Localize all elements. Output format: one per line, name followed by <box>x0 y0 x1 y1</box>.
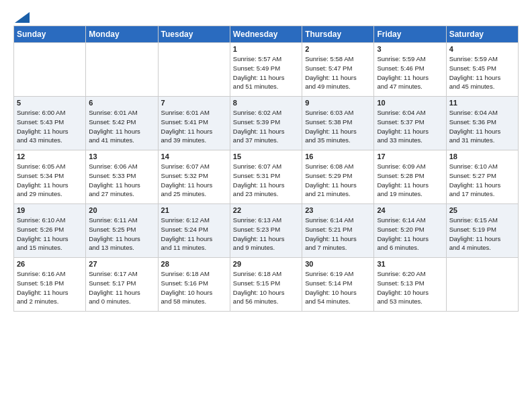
calendar-cell: 12Sunrise: 6:05 AM Sunset: 5:34 PM Dayli… <box>14 150 86 204</box>
day-number: 24 <box>377 206 443 214</box>
day-number: 28 <box>161 260 227 268</box>
day-info: Sunrise: 6:15 AM Sunset: 5:19 PM Dayligh… <box>449 216 515 253</box>
svg-marker-0 <box>15 12 30 23</box>
day-number: 30 <box>305 260 371 268</box>
day-info: Sunrise: 6:05 AM Sunset: 5:34 PM Dayligh… <box>17 162 83 199</box>
day-number: 1 <box>233 45 299 53</box>
calendar-cell: 10Sunrise: 6:04 AM Sunset: 5:37 PM Dayli… <box>374 97 446 150</box>
day-info: Sunrise: 6:01 AM Sunset: 5:42 PM Dayligh… <box>89 108 154 145</box>
day-number: 14 <box>161 152 227 161</box>
day-info: Sunrise: 6:19 AM Sunset: 5:14 PM Dayligh… <box>305 269 371 306</box>
calendar-cell: 24Sunrise: 6:14 AM Sunset: 5:20 PM Dayli… <box>374 204 446 258</box>
day-number: 27 <box>89 260 154 268</box>
day-number: 29 <box>233 260 299 268</box>
calendar-cell <box>14 43 86 97</box>
day-info: Sunrise: 6:02 AM Sunset: 5:39 PM Dayligh… <box>233 108 299 145</box>
day-number: 21 <box>161 206 227 214</box>
day-info: Sunrise: 6:13 AM Sunset: 5:23 PM Dayligh… <box>233 216 299 253</box>
day-number: 15 <box>233 152 299 161</box>
calendar-cell <box>446 258 518 312</box>
day-info: Sunrise: 6:06 AM Sunset: 5:33 PM Dayligh… <box>89 162 154 199</box>
calendar-cell: 26Sunrise: 6:16 AM Sunset: 5:18 PM Dayli… <box>14 258 86 312</box>
day-info: Sunrise: 6:18 AM Sunset: 5:16 PM Dayligh… <box>161 269 227 306</box>
calendar-header-row: SundayMondayTuesdayWednesdayThursdayFrid… <box>14 26 519 43</box>
day-info: Sunrise: 6:01 AM Sunset: 5:41 PM Dayligh… <box>161 108 227 145</box>
calendar-cell: 11Sunrise: 6:04 AM Sunset: 5:36 PM Dayli… <box>446 97 518 150</box>
day-info: Sunrise: 6:11 AM Sunset: 5:25 PM Dayligh… <box>89 216 154 253</box>
day-number: 31 <box>377 260 443 268</box>
calendar-cell: 31Sunrise: 6:20 AM Sunset: 5:13 PM Dayli… <box>374 258 446 312</box>
calendar-cell: 25Sunrise: 6:15 AM Sunset: 5:19 PM Dayli… <box>446 204 518 258</box>
calendar-cell: 3Sunrise: 5:59 AM Sunset: 5:46 PM Daylig… <box>374 43 446 97</box>
calendar-cell: 15Sunrise: 6:07 AM Sunset: 5:31 PM Dayli… <box>230 150 302 204</box>
day-number: 22 <box>233 206 299 214</box>
day-number: 16 <box>305 152 371 161</box>
calendar-cell: 7Sunrise: 6:01 AM Sunset: 5:41 PM Daylig… <box>158 97 230 150</box>
day-number: 12 <box>17 152 83 161</box>
calendar-cell: 22Sunrise: 6:13 AM Sunset: 5:23 PM Dayli… <box>230 204 302 258</box>
calendar-week-row-5: 26Sunrise: 6:16 AM Sunset: 5:18 PM Dayli… <box>14 258 519 312</box>
day-number: 26 <box>17 260 83 268</box>
day-info: Sunrise: 6:04 AM Sunset: 5:37 PM Dayligh… <box>377 108 443 145</box>
day-info: Sunrise: 6:09 AM Sunset: 5:28 PM Dayligh… <box>377 162 443 199</box>
day-number: 18 <box>449 152 515 161</box>
calendar-header-saturday: Saturday <box>446 26 518 43</box>
calendar-cell: 30Sunrise: 6:19 AM Sunset: 5:14 PM Dayli… <box>302 258 374 312</box>
calendar-cell: 1Sunrise: 5:57 AM Sunset: 5:49 PM Daylig… <box>230 43 302 97</box>
logo <box>13 12 30 20</box>
calendar-header-sunday: Sunday <box>14 26 86 43</box>
day-number: 11 <box>449 99 515 107</box>
day-info: Sunrise: 6:20 AM Sunset: 5:13 PM Dayligh… <box>377 269 443 306</box>
calendar-cell: 8Sunrise: 6:02 AM Sunset: 5:39 PM Daylig… <box>230 97 302 150</box>
day-number: 5 <box>17 99 83 107</box>
calendar-cell <box>158 43 230 97</box>
calendar-week-row-1: 1Sunrise: 5:57 AM Sunset: 5:49 PM Daylig… <box>14 43 519 97</box>
calendar-cell: 28Sunrise: 6:18 AM Sunset: 5:16 PM Dayli… <box>158 258 230 312</box>
day-info: Sunrise: 6:12 AM Sunset: 5:24 PM Dayligh… <box>161 216 227 253</box>
calendar-cell: 2Sunrise: 5:58 AM Sunset: 5:47 PM Daylig… <box>302 43 374 97</box>
day-info: Sunrise: 6:18 AM Sunset: 5:15 PM Dayligh… <box>233 269 299 306</box>
day-info: Sunrise: 6:07 AM Sunset: 5:31 PM Dayligh… <box>233 162 299 199</box>
calendar-week-row-4: 19Sunrise: 6:10 AM Sunset: 5:26 PM Dayli… <box>14 204 519 258</box>
day-number: 4 <box>449 45 515 53</box>
day-info: Sunrise: 6:10 AM Sunset: 5:26 PM Dayligh… <box>17 216 83 253</box>
header <box>13 12 519 20</box>
calendar-cell: 9Sunrise: 6:03 AM Sunset: 5:38 PM Daylig… <box>302 97 374 150</box>
calendar-cell: 19Sunrise: 6:10 AM Sunset: 5:26 PM Dayli… <box>14 204 86 258</box>
day-info: Sunrise: 6:14 AM Sunset: 5:20 PM Dayligh… <box>377 216 443 253</box>
calendar-cell: 16Sunrise: 6:08 AM Sunset: 5:29 PM Dayli… <box>302 150 374 204</box>
day-info: Sunrise: 6:03 AM Sunset: 5:38 PM Dayligh… <box>305 108 371 145</box>
day-number: 23 <box>305 206 371 214</box>
day-number: 13 <box>89 152 154 161</box>
calendar-cell: 27Sunrise: 6:17 AM Sunset: 5:17 PM Dayli… <box>86 258 158 312</box>
calendar-header-wednesday: Wednesday <box>230 26 302 43</box>
calendar-header-monday: Monday <box>86 26 158 43</box>
day-info: Sunrise: 6:17 AM Sunset: 5:17 PM Dayligh… <box>89 269 154 306</box>
calendar-cell: 20Sunrise: 6:11 AM Sunset: 5:25 PM Dayli… <box>86 204 158 258</box>
page: SundayMondayTuesdayWednesdayThursdayFrid… <box>0 0 532 411</box>
day-info: Sunrise: 6:08 AM Sunset: 5:29 PM Dayligh… <box>305 162 371 199</box>
day-number: 20 <box>89 206 154 214</box>
calendar-cell: 14Sunrise: 6:07 AM Sunset: 5:32 PM Dayli… <box>158 150 230 204</box>
calendar-cell: 23Sunrise: 6:14 AM Sunset: 5:21 PM Dayli… <box>302 204 374 258</box>
calendar-week-row-2: 5Sunrise: 6:00 AM Sunset: 5:43 PM Daylig… <box>14 97 519 150</box>
day-info: Sunrise: 5:59 AM Sunset: 5:45 PM Dayligh… <box>449 54 515 91</box>
calendar-cell: 5Sunrise: 6:00 AM Sunset: 5:43 PM Daylig… <box>14 97 86 150</box>
calendar-cell: 18Sunrise: 6:10 AM Sunset: 5:27 PM Dayli… <box>446 150 518 204</box>
day-number: 8 <box>233 99 299 107</box>
calendar-table: SundayMondayTuesdayWednesdayThursdayFrid… <box>13 26 519 312</box>
day-number: 2 <box>305 45 371 53</box>
logo-icon <box>15 12 30 23</box>
day-info: Sunrise: 6:00 AM Sunset: 5:43 PM Dayligh… <box>17 108 83 145</box>
day-number: 19 <box>17 206 83 214</box>
calendar-cell: 4Sunrise: 5:59 AM Sunset: 5:45 PM Daylig… <box>446 43 518 97</box>
day-number: 17 <box>377 152 443 161</box>
day-number: 3 <box>377 45 443 53</box>
day-number: 25 <box>449 206 515 214</box>
calendar-cell: 6Sunrise: 6:01 AM Sunset: 5:42 PM Daylig… <box>86 97 158 150</box>
calendar-header-friday: Friday <box>374 26 446 43</box>
day-info: Sunrise: 6:04 AM Sunset: 5:36 PM Dayligh… <box>449 108 515 145</box>
day-number: 9 <box>305 99 371 107</box>
calendar-header-thursday: Thursday <box>302 26 374 43</box>
calendar-cell: 29Sunrise: 6:18 AM Sunset: 5:15 PM Dayli… <box>230 258 302 312</box>
